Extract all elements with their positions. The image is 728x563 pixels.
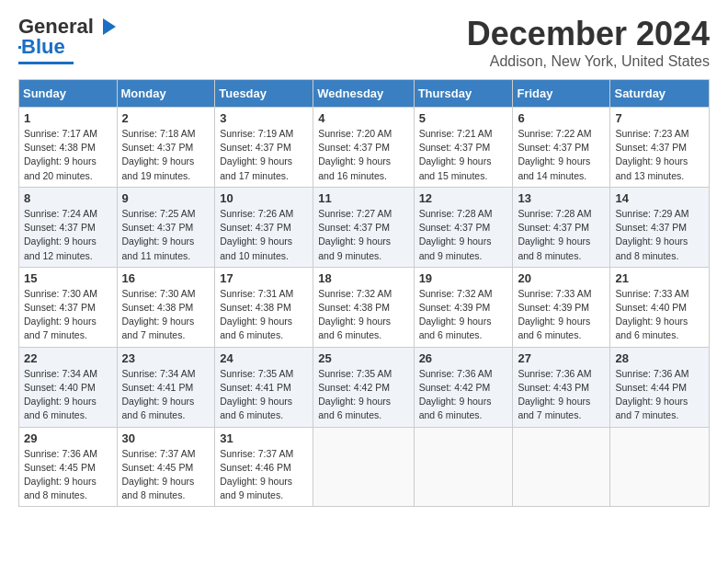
day-info: Sunrise: 7:36 AM Sunset: 4:45 PM Dayligh…	[24, 447, 112, 503]
day-number: 7	[615, 111, 704, 125]
calendar-cell: 16 Sunrise: 7:30 AM Sunset: 4:38 PM Dayl…	[117, 267, 215, 347]
calendar-cell: 9 Sunrise: 7:25 AM Sunset: 4:37 PM Dayli…	[117, 187, 215, 267]
day-info: Sunrise: 7:30 AM Sunset: 4:37 PM Dayligh…	[24, 287, 112, 343]
day-header-monday: Monday	[117, 80, 215, 108]
calendar-cell: 28 Sunrise: 7:36 AM Sunset: 4:44 PM Dayl…	[610, 347, 710, 427]
day-info: Sunrise: 7:30 AM Sunset: 4:38 PM Dayligh…	[122, 287, 210, 343]
calendar-cell: 29 Sunrise: 7:36 AM Sunset: 4:45 PM Dayl…	[19, 427, 118, 507]
day-number: 13	[518, 191, 605, 205]
day-info: Sunrise: 7:28 AM Sunset: 4:37 PM Dayligh…	[518, 207, 605, 263]
day-info: Sunrise: 7:22 AM Sunset: 4:37 PM Dayligh…	[518, 127, 605, 183]
calendar-cell: 31 Sunrise: 7:37 AM Sunset: 4:46 PM Dayl…	[215, 427, 313, 507]
day-info: Sunrise: 7:36 AM Sunset: 4:43 PM Dayligh…	[518, 367, 605, 423]
day-header-saturday: Saturday	[610, 80, 710, 108]
day-info: Sunrise: 7:18 AM Sunset: 4:37 PM Dayligh…	[122, 127, 210, 183]
calendar-cell: 19 Sunrise: 7:32 AM Sunset: 4:39 PM Dayl…	[414, 267, 513, 347]
day-info: Sunrise: 7:28 AM Sunset: 4:37 PM Dayligh…	[419, 207, 508, 263]
day-info: Sunrise: 7:32 AM Sunset: 4:39 PM Dayligh…	[419, 287, 508, 343]
calendar-cell: 27 Sunrise: 7:36 AM Sunset: 4:43 PM Dayl…	[513, 347, 610, 427]
day-info: Sunrise: 7:31 AM Sunset: 4:38 PM Dayligh…	[220, 287, 308, 343]
day-number: 20	[518, 271, 605, 285]
day-info: Sunrise: 7:32 AM Sunset: 4:38 PM Dayligh…	[318, 287, 408, 343]
day-number: 14	[615, 191, 704, 205]
day-number: 19	[419, 271, 508, 285]
calendar-cell: 25 Sunrise: 7:35 AM Sunset: 4:42 PM Dayl…	[313, 347, 414, 427]
day-info: Sunrise: 7:34 AM Sunset: 4:40 PM Dayligh…	[24, 367, 112, 423]
svg-marker-0	[103, 18, 116, 35]
day-info: Sunrise: 7:36 AM Sunset: 4:42 PM Dayligh…	[419, 367, 508, 423]
calendar-cell: 30 Sunrise: 7:37 AM Sunset: 4:45 PM Dayl…	[117, 427, 215, 507]
day-info: Sunrise: 7:24 AM Sunset: 4:37 PM Dayligh…	[24, 207, 112, 263]
day-info: Sunrise: 7:29 AM Sunset: 4:37 PM Dayligh…	[615, 207, 704, 263]
calendar-cell: 10 Sunrise: 7:26 AM Sunset: 4:37 PM Dayl…	[215, 187, 313, 267]
day-info: Sunrise: 7:37 AM Sunset: 4:46 PM Dayligh…	[220, 447, 308, 503]
calendar-cell: 8 Sunrise: 7:24 AM Sunset: 4:37 PM Dayli…	[19, 187, 118, 267]
day-info: Sunrise: 7:21 AM Sunset: 4:37 PM Dayligh…	[419, 127, 508, 183]
day-header-sunday: Sunday	[19, 80, 118, 108]
day-header-friday: Friday	[513, 80, 610, 108]
calendar-cell: 20 Sunrise: 7:33 AM Sunset: 4:39 PM Dayl…	[513, 267, 610, 347]
day-number: 1	[24, 111, 112, 125]
day-number: 21	[615, 271, 704, 285]
logo: General Blue	[18, 15, 118, 64]
calendar-cell: 21 Sunrise: 7:33 AM Sunset: 4:40 PM Dayl…	[610, 267, 710, 347]
calendar-header-row: SundayMondayTuesdayWednesdayThursdayFrid…	[19, 80, 710, 108]
calendar-week-3: 15 Sunrise: 7:30 AM Sunset: 4:37 PM Dayl…	[19, 267, 710, 347]
calendar-cell: 11 Sunrise: 7:27 AM Sunset: 4:37 PM Dayl…	[313, 187, 414, 267]
calendar-week-1: 1 Sunrise: 7:17 AM Sunset: 4:38 PM Dayli…	[19, 108, 710, 188]
day-info: Sunrise: 7:17 AM Sunset: 4:38 PM Dayligh…	[24, 127, 112, 183]
day-info: Sunrise: 7:33 AM Sunset: 4:40 PM Dayligh…	[615, 287, 704, 343]
day-header-thursday: Thursday	[414, 80, 513, 108]
day-number: 27	[518, 351, 605, 365]
day-header-tuesday: Tuesday	[215, 80, 313, 108]
calendar-title-area: December 2024 Addison, New York, United …	[467, 15, 710, 70]
calendar-cell: 6 Sunrise: 7:22 AM Sunset: 4:37 PM Dayli…	[513, 108, 610, 188]
day-number: 3	[220, 111, 308, 125]
day-number: 28	[615, 351, 704, 365]
day-number: 25	[318, 351, 408, 365]
day-info: Sunrise: 7:19 AM Sunset: 4:37 PM Dayligh…	[220, 127, 308, 183]
day-number: 29	[24, 431, 112, 445]
day-number: 23	[122, 351, 210, 365]
location-subtitle: Addison, New York, United States	[467, 53, 710, 70]
calendar-cell: 4 Sunrise: 7:20 AM Sunset: 4:37 PM Dayli…	[313, 108, 414, 188]
calendar-cell: 12 Sunrise: 7:28 AM Sunset: 4:37 PM Dayl…	[414, 187, 513, 267]
calendar-cell: 23 Sunrise: 7:34 AM Sunset: 4:41 PM Dayl…	[117, 347, 215, 427]
day-info: Sunrise: 7:27 AM Sunset: 4:37 PM Dayligh…	[318, 207, 408, 263]
calendar-cell	[313, 427, 414, 507]
day-number: 11	[318, 191, 408, 205]
logo-underline	[18, 62, 74, 64]
logo-blue-text: Blue	[21, 35, 65, 59]
calendar-cell: 3 Sunrise: 7:19 AM Sunset: 4:37 PM Dayli…	[215, 108, 313, 188]
calendar-cell: 18 Sunrise: 7:32 AM Sunset: 4:38 PM Dayl…	[313, 267, 414, 347]
calendar-cell: 1 Sunrise: 7:17 AM Sunset: 4:38 PM Dayli…	[19, 108, 118, 188]
day-info: Sunrise: 7:35 AM Sunset: 4:41 PM Dayligh…	[220, 367, 308, 423]
logo-triangle-icon	[97, 17, 118, 37]
day-number: 8	[24, 191, 112, 205]
day-number: 22	[24, 351, 112, 365]
day-info: Sunrise: 7:36 AM Sunset: 4:44 PM Dayligh…	[615, 367, 704, 423]
day-info: Sunrise: 7:35 AM Sunset: 4:42 PM Dayligh…	[318, 367, 408, 423]
day-info: Sunrise: 7:23 AM Sunset: 4:37 PM Dayligh…	[615, 127, 704, 183]
day-number: 26	[419, 351, 508, 365]
day-header-wednesday: Wednesday	[313, 80, 414, 108]
day-number: 30	[122, 431, 210, 445]
day-info: Sunrise: 7:34 AM Sunset: 4:41 PM Dayligh…	[122, 367, 210, 423]
calendar-cell: 7 Sunrise: 7:23 AM Sunset: 4:37 PM Dayli…	[610, 108, 710, 188]
calendar-cell	[513, 427, 610, 507]
day-info: Sunrise: 7:26 AM Sunset: 4:37 PM Dayligh…	[220, 207, 308, 263]
page-header: General Blue December 2024 Addison, New …	[18, 15, 710, 70]
calendar-cell: 2 Sunrise: 7:18 AM Sunset: 4:37 PM Dayli…	[117, 108, 215, 188]
day-number: 5	[419, 111, 508, 125]
calendar-cell: 5 Sunrise: 7:21 AM Sunset: 4:37 PM Dayli…	[414, 108, 513, 188]
day-number: 4	[318, 111, 408, 125]
day-info: Sunrise: 7:33 AM Sunset: 4:39 PM Dayligh…	[518, 287, 605, 343]
calendar-cell: 14 Sunrise: 7:29 AM Sunset: 4:37 PM Dayl…	[610, 187, 710, 267]
calendar-cell: 15 Sunrise: 7:30 AM Sunset: 4:37 PM Dayl…	[19, 267, 118, 347]
calendar-week-4: 22 Sunrise: 7:34 AM Sunset: 4:40 PM Dayl…	[19, 347, 710, 427]
day-number: 24	[220, 351, 308, 365]
calendar-week-5: 29 Sunrise: 7:36 AM Sunset: 4:45 PM Dayl…	[19, 427, 710, 507]
day-number: 2	[122, 111, 210, 125]
month-title: December 2024	[467, 15, 710, 53]
calendar-cell: 22 Sunrise: 7:34 AM Sunset: 4:40 PM Dayl…	[19, 347, 118, 427]
